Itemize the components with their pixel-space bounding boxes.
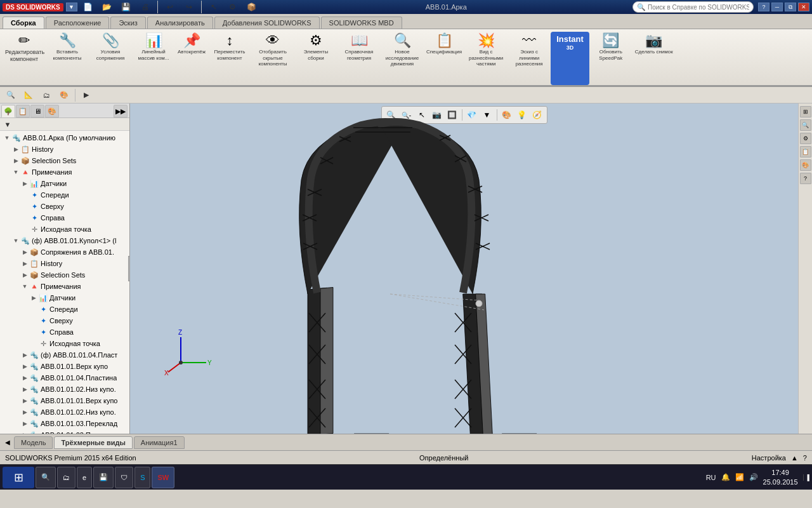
feature-tree[interactable]: ▼ 🔩 АВВ.01.Арка (По умолчанию ▶ 📋 Histor…: [0, 131, 129, 434]
tab-raspolozh[interactable]: Расположение: [46, 17, 110, 29]
tree-selsets2[interactable]: ▶ 📦 Selection Sets: [0, 269, 129, 281]
ribbon-btn-explode[interactable]: 💥 Вид с разнесёнными частями: [464, 32, 508, 85]
start-button[interactable]: ⊞: [3, 467, 34, 488]
taskbar-sw[interactable]: SW: [152, 467, 174, 488]
status-help[interactable]: ?: [803, 454, 807, 462]
minimize-btn[interactable]: ─: [771, 3, 783, 11]
ribbon-btn-mate[interactable]: 📎 Условия сопряжения: [89, 32, 132, 85]
perekl1-expander[interactable]: ▶: [20, 419, 29, 428]
datchiki1-expander[interactable]: ▶: [20, 179, 29, 188]
sidebar-tab-appear[interactable]: 🎨: [45, 105, 59, 117]
ribbon-btn-explodeline[interactable]: 〰 Эскиз с линиями разнесения: [508, 32, 551, 85]
taskbar-show-desktop[interactable]: ▐: [803, 474, 809, 481]
filter-icon[interactable]: ▼: [3, 119, 13, 130]
history2-expander[interactable]: ▶: [20, 259, 29, 268]
close-btn[interactable]: ✕: [798, 3, 809, 11]
ribbon-btn-insert[interactable]: 🔧 Вставить компоненты: [46, 32, 89, 85]
stb-extra[interactable]: ▶: [78, 87, 95, 104]
viewport[interactable]: 🔍 🔍- ↖ 📷 🔲 💎 ▼ 🎨 💡 🧭 .arch-stroke { stro…: [130, 104, 798, 434]
tree-notes1[interactable]: ▼ 🔺 Примечания: [0, 166, 129, 178]
tree-verh1[interactable]: ▶ 🔩 АВВ.01.01.Верх купо: [0, 361, 129, 372]
print-btn[interactable]: 🖨: [137, 0, 154, 15]
taskbar-explorer[interactable]: 🗂: [57, 467, 75, 488]
tree-right2[interactable]: ✦ Справа: [0, 326, 129, 338]
title-menu-btn[interactable]: ▼: [66, 3, 77, 11]
tree-kupol[interactable]: ▼ 🔩 (ф) АВВ.01.01.Купол<1> (l: [0, 235, 129, 246]
plast1-expander[interactable]: ▶: [20, 351, 29, 359]
rp-btn2[interactable]: 🔍: [800, 119, 811, 131]
tab-3dviews[interactable]: Трёхмерные виды: [54, 436, 132, 449]
front2-expander[interactable]: [29, 305, 38, 314]
tree-history1[interactable]: ▶ 📋 History: [0, 144, 129, 155]
save-btn[interactable]: 💾: [118, 0, 134, 15]
sidebar-tab-display[interactable]: 🖥: [30, 105, 44, 117]
tree-origin1[interactable]: ✛ Исходная точка: [0, 224, 129, 235]
rp-btn1[interactable]: ⊞: [800, 106, 811, 117]
notes1-expander[interactable]: ▼: [11, 168, 20, 177]
tree-niz1[interactable]: ▶ 🔩 АВВ.01.01.02.Низ купо.: [0, 384, 129, 395]
search-input[interactable]: [648, 4, 749, 11]
tree-perekl2[interactable]: ▶ 🔩 АВВ.01.01.03.Переклад: [0, 429, 129, 434]
tree-origin2[interactable]: ✛ Исходная точка: [0, 338, 129, 349]
tree-top2[interactable]: ✦ Сверху: [0, 315, 129, 326]
niz1-expander[interactable]: ▶: [20, 385, 29, 394]
restore-btn[interactable]: ⧉: [785, 3, 796, 11]
ribbon-btn-pattern[interactable]: 📊 Линейный массив ком...: [132, 32, 175, 85]
view-filter-btn[interactable]: 🔍: [3, 87, 19, 104]
select-btn[interactable]: ↖: [206, 0, 222, 15]
selsets1-expander[interactable]: ▶: [11, 156, 20, 165]
new-btn[interactable]: 📄: [80, 0, 96, 15]
niz2-expander[interactable]: ▶: [20, 408, 29, 417]
tree-niz2[interactable]: ▶ 🔩 АВВ.01.01.02.Низ купо.: [0, 406, 129, 418]
verh1-expander[interactable]: ▶: [20, 362, 29, 371]
tree-history2[interactable]: ▶ 📋 History: [0, 258, 129, 269]
tree-notes2[interactable]: ▼ 🔺 Примечания: [0, 281, 129, 292]
tree-perekl1[interactable]: ▶ 🔩 АВВ.01.01.03.Переклад: [0, 418, 129, 429]
undo-btn[interactable]: ↩: [162, 0, 178, 15]
tab-analiz[interactable]: Анализировать: [147, 17, 213, 29]
history1-expander[interactable]: ▶: [11, 145, 20, 154]
taskbar-volume-icon[interactable]: 🔊: [749, 473, 758, 481]
sidebar-tab-tree[interactable]: 🌳: [1, 105, 15, 117]
tree-root[interactable]: ▼ 🔩 АВВ.01.Арка (По умолчанию: [0, 132, 129, 144]
front1-expander[interactable]: [20, 190, 29, 199]
sw-logo[interactable]: DS SOLIDWORKS: [3, 3, 63, 11]
notes2-expander[interactable]: ▼: [20, 282, 29, 291]
view-toggle-btn[interactable]: 📐: [20, 87, 37, 104]
tree-datchiki2[interactable]: ▶ 📊 Датчики: [0, 292, 129, 304]
ribbon-btn-move[interactable]: ↕ Переместить компонент: [208, 32, 251, 85]
tree-top1[interactable]: ✦ Сверху: [0, 201, 129, 212]
sidebar-tab-props[interactable]: 📋: [16, 105, 30, 117]
view-color-btn[interactable]: 🎨: [56, 87, 72, 104]
ribbon-btn-speedpak[interactable]: 🔄 Обновить SpeedPak: [589, 32, 632, 85]
kupol-expander[interactable]: ▼: [11, 236, 20, 245]
ribbon-btn-assembly[interactable]: ⚙ Элементы сборки: [294, 32, 337, 85]
perekl2-expander[interactable]: ▶: [20, 431, 29, 434]
tab-sborka[interactable]: Сборка: [3, 17, 44, 29]
rp-btn6[interactable]: ?: [800, 173, 811, 184]
tree-front2[interactable]: ✦ Спереди: [0, 304, 129, 315]
search-box[interactable]: 🔍: [632, 1, 754, 13]
origin1-expander[interactable]: [20, 225, 29, 234]
taskbar-ie[interactable]: e: [77, 467, 92, 488]
tree-right1[interactable]: ✦ Справа: [0, 212, 129, 224]
taskbar-network-icon[interactable]: 📶: [735, 473, 744, 481]
taskbar-skype[interactable]: S: [134, 467, 150, 488]
ribbon-btn-motion[interactable]: 🔍 Новое исследование движения: [381, 32, 424, 85]
plast2-expander[interactable]: ▶: [20, 373, 29, 382]
options-btn[interactable]: ⚙: [225, 0, 241, 15]
help-btn[interactable]: ?: [758, 3, 769, 11]
datchiki2-expander[interactable]: ▶: [29, 293, 38, 302]
view-display-btn[interactable]: 🗂: [38, 87, 55, 104]
tree-sops[interactable]: ▶ 📦 Сопряжения в АВВ.01.: [0, 246, 129, 258]
right2-expander[interactable]: [29, 328, 38, 337]
sidebar-expand-btn[interactable]: ▶▶: [114, 105, 128, 117]
tree-datchiki1[interactable]: ▶ 📊 Датчики: [0, 178, 129, 189]
clock[interactable]: 17:49 25.09.2015: [763, 468, 798, 486]
taskbar-save[interactable]: 💾: [93, 467, 114, 488]
open-btn[interactable]: 📂: [99, 0, 115, 15]
extra-btn[interactable]: 📦: [244, 0, 260, 15]
ribbon-btn-bom[interactable]: 📋 Спецификация: [424, 32, 464, 85]
tree-front1[interactable]: ✦ Спереди: [0, 189, 129, 201]
tree-plast2[interactable]: ▶ 🔩 АВВ.01.01.04.Пластина: [0, 372, 129, 384]
